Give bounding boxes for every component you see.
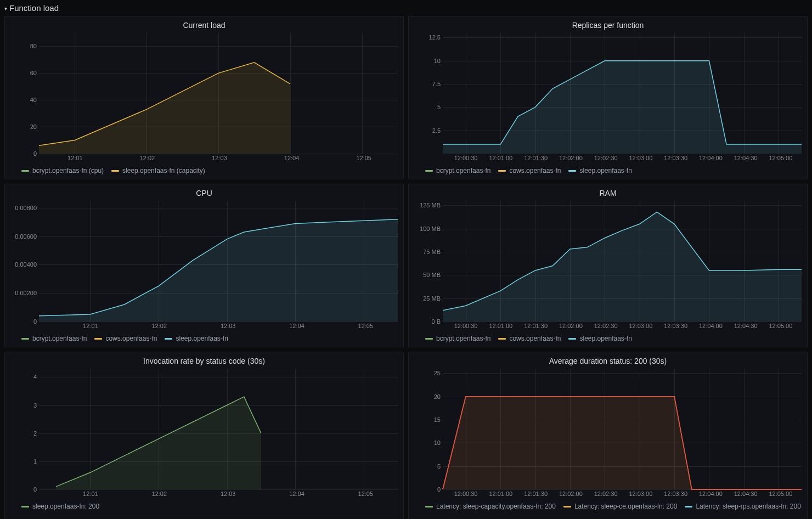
legend-item[interactable]: bcrypt.openfaas-fn: [425, 335, 490, 342]
y-tick-label: 0.00800: [15, 205, 37, 211]
legend-label: sleep.openfaas-fn (capacity): [122, 167, 205, 174]
x-axis: 12:0112:0212:0312:0412:05: [39, 489, 400, 499]
panel-replicas[interactable]: Replicas per function2.557.51012.512:00:…: [408, 16, 808, 179]
x-tick-label: 12:04:00: [699, 155, 723, 161]
legend-swatch: [498, 170, 506, 172]
x-tick-label: 12:00:30: [454, 155, 478, 161]
legend-swatch: [568, 170, 576, 172]
x-tick-label: 12:02: [152, 490, 167, 497]
y-axis: 0 B25 MB50 MB75 MB100 MB125 MB: [412, 201, 443, 321]
panel-cpu[interactable]: CPU00.002000.004000.006000.0080012:0112:…: [4, 184, 404, 347]
x-tick-label: 12:02: [140, 155, 155, 161]
legend-label: bcrypt.openfaas-fn (cpu): [32, 167, 104, 174]
y-tick-label: 25 MB: [423, 295, 441, 302]
plot-svg: [443, 369, 802, 489]
legend: bcrypt.openfaas-fncows.openfaas-fnsleep.…: [425, 167, 802, 174]
plot-area: [443, 33, 802, 154]
legend-item[interactable]: cows.openfaas-fn: [498, 335, 561, 342]
y-tick-label: 60: [30, 70, 37, 76]
x-tick-label: 12:01:30: [524, 490, 548, 497]
legend-item[interactable]: sleep.openfaas-fn (capacity): [111, 167, 205, 174]
legend-swatch: [425, 338, 433, 340]
panel-title: CPU: [8, 189, 400, 198]
x-tick-label: 12:03: [212, 155, 227, 161]
chart-area: 0510152025: [412, 369, 804, 489]
x-tick-label: 12:00:30: [454, 323, 478, 329]
legend-label: cows.openfaas-fn: [509, 335, 561, 342]
legend-swatch: [425, 170, 433, 172]
y-tick-label: 25: [434, 370, 441, 376]
x-tick-label: 12:03:30: [664, 490, 687, 497]
y-tick-label: 2: [33, 430, 37, 437]
panel-title: Replicas per function: [412, 21, 804, 30]
legend-item[interactable]: Latency: sleep-ce.openfaas-fn: 200: [563, 503, 677, 510]
legend-swatch: [568, 338, 576, 340]
panels-grid: Current load02040608012:0112:0212:0312:0…: [0, 16, 812, 519]
x-tick-label: 12:01:30: [524, 323, 548, 329]
y-tick-label: 80: [30, 43, 37, 49]
x-tick-label: 12:04:30: [734, 155, 758, 161]
plot-svg: [443, 33, 802, 154]
legend-label: sleep.openfaas-fn: [579, 167, 631, 174]
y-tick-label: 0: [437, 486, 441, 493]
legend-swatch: [94, 338, 102, 340]
x-tick-label: 12:03:00: [629, 155, 652, 161]
legend-label: Latency: sleep-ce.openfaas-fn: 200: [574, 503, 677, 510]
x-tick-label: 12:04: [284, 155, 300, 161]
panel-avg_duration[interactable]: Average duration status: 200 (30s)051015…: [408, 352, 808, 519]
section-header[interactable]: ▾ Function load: [0, 0, 812, 16]
panel-ram[interactable]: RAM0 B25 MB50 MB75 MB100 MB125 MB12:00:3…: [408, 184, 808, 347]
panel-title: Current load: [8, 21, 400, 30]
panel-current_load[interactable]: Current load02040608012:0112:0212:0312:0…: [4, 16, 404, 179]
legend-item[interactable]: bcrypt.openfaas-fn: [21, 335, 87, 342]
legend-item[interactable]: cows.openfaas-fn: [94, 335, 157, 342]
y-tick-label: 20: [30, 123, 37, 130]
legend: bcrypt.openfaas-fncows.openfaas-fnsleep.…: [425, 335, 802, 342]
plot-area: [443, 369, 802, 489]
legend-label: sleep.openfaas-fn: [176, 335, 228, 342]
x-axis: 12:0112:0212:0312:0412:05: [39, 321, 400, 331]
chart-area: 0 B25 MB50 MB75 MB100 MB125 MB: [412, 201, 804, 321]
legend-swatch: [21, 170, 29, 172]
chart-area: 2.557.51012.5: [412, 33, 804, 154]
legend-item[interactable]: Latency: sleep-rps.openfaas-fn: 200: [685, 503, 800, 510]
x-tick-label: 12:02:00: [559, 323, 583, 329]
panel-title: RAM: [412, 189, 804, 198]
x-tick-label: 12:03:30: [664, 155, 687, 161]
y-tick-label: 15: [434, 416, 441, 423]
legend-label: sleep.openfaas-fn: 200: [32, 503, 99, 510]
x-tick-label: 12:04:30: [734, 490, 758, 497]
x-tick-label: 12:05: [358, 490, 374, 497]
plot-svg: [443, 201, 802, 321]
plot-area: [39, 369, 398, 489]
x-tick-label: 12:04: [289, 323, 304, 329]
legend-item[interactable]: bcrypt.openfaas-fn (cpu): [21, 167, 104, 174]
x-axis: 12:0112:0212:0312:0412:05: [39, 154, 400, 163]
y-axis: 2.557.51012.5: [412, 33, 443, 154]
chart-area: 020406080: [8, 33, 400, 154]
x-tick-label: 12:02:30: [594, 155, 618, 161]
chart-area: 01234: [8, 369, 400, 489]
legend-swatch: [498, 338, 506, 340]
y-tick-label: 0.00200: [15, 290, 37, 296]
legend-item[interactable]: sleep.openfaas-fn: [165, 335, 228, 342]
plot-svg: [39, 33, 398, 154]
x-tick-label: 12:03:30: [664, 323, 687, 329]
x-tick-label: 12:00:30: [454, 490, 478, 497]
legend-item[interactable]: sleep.openfaas-fn: [568, 167, 631, 174]
panel-invocation_rate[interactable]: Invocation rate by status code (30s)0123…: [4, 352, 404, 519]
legend-item[interactable]: sleep.openfaas-fn: [568, 335, 631, 342]
x-tick-label: 12:02:30: [594, 490, 618, 497]
legend-item[interactable]: bcrypt.openfaas-fn: [425, 167, 490, 174]
section-title: Function load: [9, 3, 59, 13]
y-tick-label: 1: [33, 458, 37, 465]
legend-item[interactable]: sleep.openfaas-fn: 200: [21, 503, 99, 510]
legend-item[interactable]: cows.openfaas-fn: [498, 167, 561, 174]
panel-title: Average duration status: 200 (30s): [412, 357, 804, 365]
x-tick-label: 12:01:00: [489, 323, 512, 329]
x-tick-label: 12:01: [67, 155, 83, 161]
y-axis: 0510152025: [412, 369, 443, 489]
x-tick-label: 12:05: [358, 323, 374, 329]
legend-swatch: [21, 338, 29, 340]
legend-item[interactable]: Latency: sleep-capacity.openfaas-fn: 200: [425, 503, 556, 510]
